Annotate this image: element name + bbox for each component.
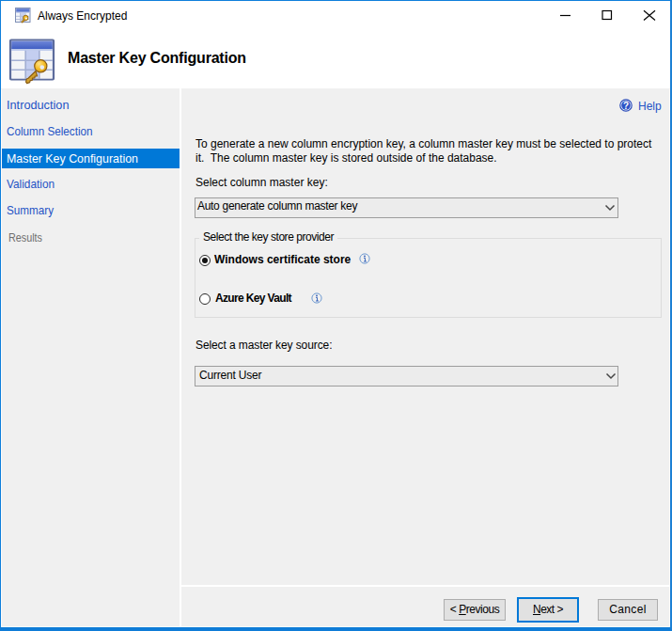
- svg-text:?: ?: [623, 101, 629, 111]
